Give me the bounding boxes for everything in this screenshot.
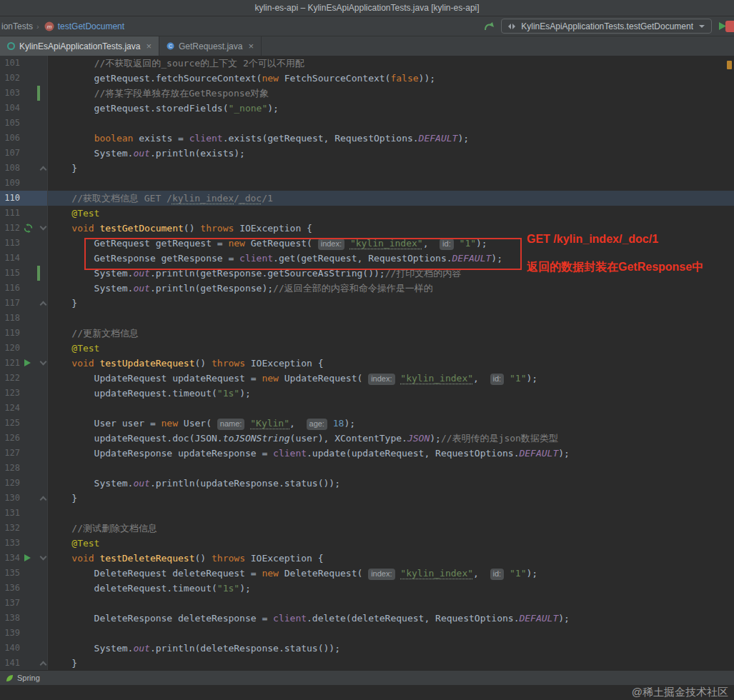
fold-marker[interactable] [40, 661, 47, 669]
code-line[interactable]: 133 @Test [0, 536, 734, 551]
gutter[interactable]: 107 [0, 146, 48, 161]
code-line[interactable]: 118 [0, 311, 734, 326]
gutter[interactable]: 134 [0, 551, 48, 566]
code-line[interactable]: 128 [0, 461, 734, 476]
close-icon[interactable]: × [248, 41, 254, 51]
code-line[interactable]: 108 } [0, 161, 734, 176]
gutter[interactable]: 127 [0, 446, 48, 461]
fold-marker[interactable] [40, 554, 47, 561]
code-line[interactable]: 134 void testDeleteRequest() throws IOEx… [0, 551, 734, 566]
code-line[interactable]: 131 [0, 506, 734, 521]
gutter[interactable]: 103 [0, 86, 48, 101]
code-line[interactable]: 101 //不获取返回的_source的上下文 2个可以不用配 [0, 56, 734, 71]
gutter[interactable]: 137 [0, 596, 48, 611]
gutter[interactable]: 122 [0, 371, 48, 386]
code-line[interactable]: 135 DeleteRequest deleteRequest = new De… [0, 566, 734, 581]
run-configuration-select[interactable]: KylinEsApiApplicationTests.testGetDocume… [501, 19, 712, 34]
code-line[interactable]: 139 [0, 626, 734, 641]
fold-marker[interactable] [40, 166, 47, 174]
gutter[interactable]: 129 [0, 476, 48, 491]
tab-kylinesapiapplicationtests[interactable]: KylinEsApiApplicationTests.java × [0, 36, 159, 56]
code-line[interactable]: 138 DeleteResponse deleteResponse = clie… [0, 611, 734, 626]
code-line[interactable]: 136 deleteRequest.timeout("1s"); [0, 581, 734, 596]
fold-marker[interactable] [40, 224, 47, 231]
gutter[interactable]: 133 [0, 536, 48, 551]
gutter[interactable]: 131 [0, 506, 48, 521]
code-line[interactable]: 104 getRequest.storedFields("_none"); [0, 101, 734, 116]
gutter[interactable]: 106 [0, 131, 48, 146]
code-line[interactable]: 120 @Test [0, 341, 734, 356]
gutter[interactable]: 136 [0, 581, 48, 596]
code-line[interactable]: 126 updateRequest.doc(JSON.toJSONString(… [0, 431, 734, 446]
code-line[interactable]: 129 System.out.println(updateResponse.st… [0, 476, 734, 491]
breadcrumb-current[interactable]: testGetDocument [58, 21, 124, 31]
gutter[interactable]: 117 [0, 296, 48, 311]
load-changes-icon[interactable] [483, 21, 495, 31]
gutter[interactable]: 141 [0, 656, 48, 670]
gutter[interactable]: 111 [0, 206, 48, 221]
rerun-test-icon[interactable] [24, 224, 33, 233]
gutter[interactable]: 124 [0, 401, 48, 416]
gutter[interactable]: 113 [0, 236, 48, 251]
tab-getrequest[interactable]: C GetRequest.java × [159, 36, 262, 56]
gutter[interactable]: 114 [0, 251, 48, 266]
run-test-icon[interactable] [24, 554, 33, 563]
gutter[interactable]: 119 [0, 326, 48, 341]
code-line[interactable]: 116 System.out.println(getResponse);//返回… [0, 281, 734, 296]
gutter[interactable]: 140 [0, 641, 48, 656]
gutter[interactable]: 121 [0, 356, 48, 371]
gutter[interactable]: 125 [0, 416, 48, 431]
gutter[interactable]: 104 [0, 101, 48, 116]
gutter[interactable]: 101 [0, 56, 48, 71]
gutter[interactable]: 132 [0, 521, 48, 536]
warning-stripe-marker[interactable] [727, 61, 732, 69]
gutter[interactable]: 112 [0, 221, 48, 236]
code-line[interactable]: 123 updateRequest.timeout("1s"); [0, 386, 734, 401]
code-line[interactable]: 117 } [0, 296, 734, 311]
fold-marker[interactable] [40, 359, 47, 366]
gutter[interactable]: 115 [0, 266, 48, 281]
code-line[interactable]: 102 getRequest.fetchSourceContext(new Fe… [0, 71, 734, 86]
code-line[interactable]: 125 User user = new User( name: "Kylin",… [0, 416, 734, 431]
code-line[interactable]: 119 //更新文档信息 [0, 326, 734, 341]
fold-marker[interactable] [40, 301, 47, 309]
gutter[interactable]: 116 [0, 281, 48, 296]
gutter[interactable]: 109 [0, 176, 48, 191]
code-editor[interactable]: 101 //不获取返回的_source的上下文 2个可以不用配102 getRe… [0, 56, 734, 670]
code-line[interactable]: 141 } [0, 656, 734, 670]
code-line[interactable]: 124 [0, 401, 734, 416]
gutter[interactable]: 139 [0, 626, 48, 641]
gutter[interactable]: 123 [0, 386, 48, 401]
code-line[interactable]: 130 } [0, 491, 734, 506]
gutter[interactable]: 128 [0, 461, 48, 476]
breadcrumb-parent[interactable]: ionTests [1, 21, 33, 31]
run-test-icon[interactable] [24, 359, 33, 368]
stop-button[interactable] [725, 21, 734, 32]
code-line[interactable]: 103 //将某字段单独存放在GetResponse对象 [0, 86, 734, 101]
gutter[interactable]: 118 [0, 311, 48, 326]
close-icon[interactable]: × [146, 41, 152, 51]
code-line[interactable]: 121 void testUpdateRequest() throws IOEx… [0, 356, 734, 371]
gutter[interactable]: 126 [0, 431, 48, 446]
code-line[interactable]: 109 [0, 176, 734, 191]
code-line[interactable]: 122 UpdateRequest updateRequest = new Up… [0, 371, 734, 386]
gutter[interactable]: 108 [0, 161, 48, 176]
gutter[interactable]: 130 [0, 491, 48, 506]
gutter[interactable]: 135 [0, 566, 48, 581]
code-line[interactable]: 106 boolean exists = client.exists(getRe… [0, 131, 734, 146]
code-line[interactable]: 140 System.out.println(deleteResponse.st… [0, 641, 734, 656]
fold-marker[interactable] [40, 496, 47, 504]
gutter[interactable]: 110 [0, 191, 48, 206]
code-line[interactable]: 111 @Test [0, 206, 734, 221]
code-line[interactable]: 127 UpdateResponse updateResponse = clie… [0, 446, 734, 461]
gutter[interactable]: 138 [0, 611, 48, 626]
code-line[interactable]: 110 //获取文档信息 GET /kylin_index/_doc/1 [0, 191, 734, 206]
code-line[interactable]: 132 //测试删除文档信息 [0, 521, 734, 536]
gutter[interactable]: 102 [0, 71, 48, 86]
gutter[interactable]: 105 [0, 116, 48, 131]
status-spring-widget[interactable]: Spring [17, 674, 40, 682]
code-line[interactable]: 105 [0, 116, 734, 131]
gutter[interactable]: 120 [0, 341, 48, 356]
code-line[interactable]: 137 [0, 596, 734, 611]
code-line[interactable]: 107 System.out.println(exists); [0, 146, 734, 161]
